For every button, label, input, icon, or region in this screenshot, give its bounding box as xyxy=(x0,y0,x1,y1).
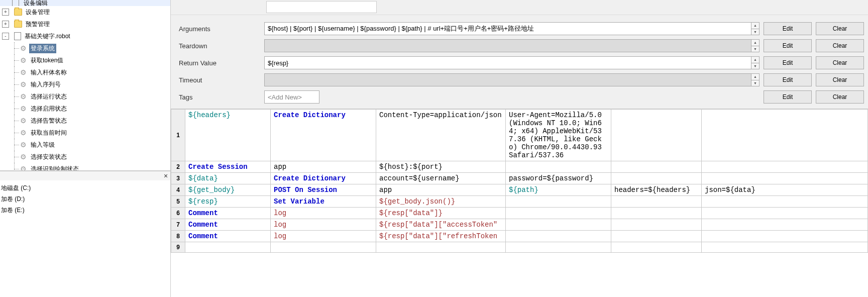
grid-cell[interactable]: app xyxy=(271,161,376,173)
returnvalue-spinner[interactable]: ▲▼ xyxy=(751,56,759,69)
tree-keyword-item[interactable]: ⚙输入杆体名称 xyxy=(0,66,170,78)
row-number[interactable]: 2 xyxy=(171,161,185,173)
clear-button[interactable]: Clear xyxy=(816,22,864,35)
drive-item[interactable]: 地磁盘 (C:) xyxy=(0,182,170,193)
grid-cell[interactable]: Comment xyxy=(185,219,271,231)
tree-keyword-item[interactable]: ⚙选择告警状态 xyxy=(0,115,170,127)
grid-cell[interactable]: log xyxy=(271,231,376,242)
plus-icon[interactable]: + xyxy=(2,21,9,28)
arguments-input[interactable]: ${host} | ${port} | ${username} | ${pass… xyxy=(264,22,751,35)
tree-item[interactable]: +预警管理 xyxy=(0,18,170,30)
tree-item[interactable]: -基础关键字.robot xyxy=(0,30,170,42)
close-icon[interactable]: × xyxy=(161,171,170,180)
tree-keyword-item[interactable]: ⚙获取当前时间 xyxy=(0,127,170,139)
edit-button[interactable]: Edit xyxy=(764,56,812,69)
row-number[interactable]: 3 xyxy=(171,173,185,184)
drive-item[interactable]: 加卷 (D:) xyxy=(0,193,170,205)
grid-cell[interactable] xyxy=(611,196,702,208)
grid-cell[interactable]: app xyxy=(376,184,506,196)
clear-button[interactable]: Clear xyxy=(816,73,864,86)
grid-cell[interactable]: ${path} xyxy=(506,184,611,196)
teardown-spinner[interactable]: ▲▼ xyxy=(751,39,759,52)
grid-cell[interactable] xyxy=(611,219,702,231)
grid-cell[interactable] xyxy=(611,173,702,184)
grid-cell[interactable] xyxy=(702,110,868,161)
grid-cell[interactable] xyxy=(702,208,868,219)
grid-cell[interactable] xyxy=(702,231,868,242)
grid-cell[interactable] xyxy=(506,196,611,208)
grid-cell[interactable]: Set Variable xyxy=(271,196,376,208)
grid-cell[interactable]: account=${username} xyxy=(376,173,506,184)
grid-cell[interactable]: ${resp} xyxy=(185,196,271,208)
grid-cell[interactable]: ${get_body.json()} xyxy=(376,196,506,208)
grid-cell[interactable]: Comment xyxy=(185,231,271,242)
grid-cell[interactable]: ${host}:${port} xyxy=(376,161,506,173)
grid-cell[interactable]: ${resp["data"]["accessToken" xyxy=(376,219,506,231)
clear-button[interactable]: Clear xyxy=(816,39,864,52)
grid-cell[interactable]: log xyxy=(271,219,376,231)
plus-icon[interactable]: + xyxy=(2,9,9,16)
tree-keyword-item[interactable]: ⚙选择启用状态 xyxy=(0,103,170,115)
tree-item-partial[interactable]: 设备编辑 xyxy=(0,0,170,6)
grid-cell[interactable] xyxy=(506,208,611,219)
grid-cell[interactable] xyxy=(376,242,506,253)
grid-cell[interactable]: Content-Type=application/json xyxy=(376,110,506,161)
grid-cell[interactable]: User-Agent=Mozilla/5.0 (Windows NT 10.0;… xyxy=(506,110,611,161)
grid-cell[interactable]: ${resp["data"]["refreshToken xyxy=(376,231,506,242)
grid-cell[interactable] xyxy=(702,196,868,208)
grid-cell[interactable]: POST On Session xyxy=(271,184,376,196)
grid-cell[interactable]: Create Dictionary xyxy=(271,110,376,161)
grid-cell[interactable] xyxy=(702,173,868,184)
tree-keyword-item[interactable]: ⚙选择识别绘制状态 xyxy=(0,163,170,171)
grid-cell[interactable] xyxy=(185,242,271,253)
tree-view[interactable]: 设备编辑 +设备管理+预警管理-基础关键字.robot⚙登录系统⚙获取token… xyxy=(0,0,170,171)
teardown-input[interactable] xyxy=(264,39,751,52)
row-number[interactable]: 5 xyxy=(171,196,185,208)
row-number[interactable]: 4 xyxy=(171,184,185,196)
minus-icon[interactable]: - xyxy=(2,33,9,40)
grid-cell[interactable]: Comment xyxy=(185,208,271,219)
row-number[interactable]: 7 xyxy=(171,219,185,231)
edit-button[interactable]: Edit xyxy=(764,39,812,52)
grid-cell[interactable] xyxy=(611,110,702,161)
tree-keyword-item[interactable]: ⚙选择运行状态 xyxy=(0,90,170,103)
tree-keyword-item[interactable]: ⚙输入序列号 xyxy=(0,78,170,90)
timeout-input[interactable] xyxy=(264,73,751,86)
grid-cell[interactable]: ${resp["data"]} xyxy=(376,208,506,219)
grid-cell[interactable]: ${get_body} xyxy=(185,184,271,196)
edit-button[interactable]: Edit xyxy=(764,73,812,86)
clear-button[interactable]: Clear xyxy=(816,90,864,104)
grid-cell[interactable] xyxy=(611,242,702,253)
keyword-grid[interactable]: 1${headers}Create DictionaryContent-Type… xyxy=(171,109,868,297)
grid-cell[interactable] xyxy=(271,242,376,253)
grid-cell[interactable] xyxy=(702,161,868,173)
grid-cell[interactable]: password=${password} xyxy=(506,173,611,184)
grid-cell[interactable]: headers=${headers} xyxy=(611,184,702,196)
grid-cell[interactable]: json=${data} xyxy=(702,184,868,196)
grid-cell[interactable]: Create Session xyxy=(185,161,271,173)
drive-item[interactable]: 加卷 (E:) xyxy=(0,205,170,216)
grid-cell[interactable] xyxy=(702,219,868,231)
tree-keyword-item[interactable]: ⚙获取token值 xyxy=(0,54,170,66)
grid-cell[interactable] xyxy=(702,242,868,253)
arguments-spinner[interactable]: ▲▼ xyxy=(751,22,759,35)
grid-cell[interactable]: ${headers} xyxy=(185,110,271,161)
grid-cell[interactable]: log xyxy=(271,208,376,219)
tags-input[interactable]: <Add New> xyxy=(264,90,319,104)
top-input[interactable] xyxy=(266,1,377,13)
grid-cell[interactable] xyxy=(611,231,702,242)
timeout-spinner[interactable]: ▲▼ xyxy=(751,73,759,86)
grid-cell[interactable] xyxy=(506,231,611,242)
grid-cell[interactable] xyxy=(506,219,611,231)
grid-cell[interactable] xyxy=(611,161,702,173)
row-number[interactable]: 6 xyxy=(171,208,185,219)
grid-cell[interactable]: Create Dictionary xyxy=(271,173,376,184)
grid-cell[interactable] xyxy=(506,161,611,173)
grid-cell[interactable] xyxy=(611,208,702,219)
row-number[interactable]: 9 xyxy=(171,242,185,253)
tree-keyword-item[interactable]: ⚙登录系统 xyxy=(0,42,170,54)
edit-button[interactable]: Edit xyxy=(764,22,812,35)
drives-panel[interactable]: 地磁盘 (C:)加卷 (D:)加卷 (E:) xyxy=(0,180,170,297)
grid-cell[interactable]: ${data} xyxy=(185,173,271,184)
tree-keyword-item[interactable]: ⚙输入等级 xyxy=(0,139,170,151)
